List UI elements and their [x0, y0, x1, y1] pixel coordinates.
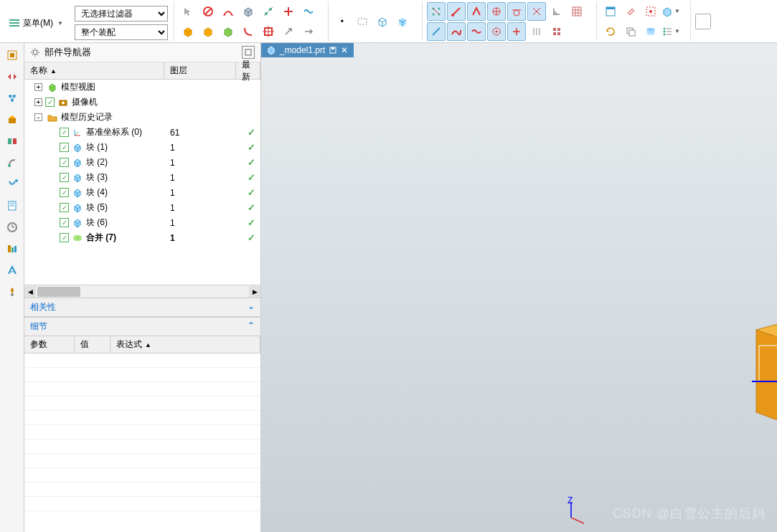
tree-row[interactable]: ✓基准坐标系 (0)61✓ [24, 125, 260, 140]
assembly-filter-select[interactable]: 整个装配 [75, 24, 168, 40]
column-name[interactable]: 名称▲ [24, 62, 164, 79]
side-tab-5[interactable] [4, 133, 20, 149]
side-tab-3[interactable] [4, 90, 20, 106]
tool-dashrect-icon[interactable] [353, 12, 372, 31]
tree-row[interactable]: -模型历史记录 [24, 110, 260, 125]
side-tab-7[interactable] [4, 176, 20, 192]
tool-dot-icon[interactable]: • [333, 12, 352, 31]
tool-grid-icon[interactable] [568, 2, 586, 21]
tool-refresh-icon[interactable] [601, 22, 620, 41]
detail-row[interactable] [24, 353, 260, 368]
tool-checkbox-icon[interactable] [695, 14, 711, 29]
checkbox-icon[interactable]: ✓ [60, 173, 69, 182]
checkbox-icon[interactable]: ✓ [45, 98, 55, 107]
side-tab-6[interactable] [4, 155, 20, 171]
tool-plus-icon[interactable] [279, 2, 298, 21]
tool-menu2-icon[interactable]: ▼ [661, 22, 680, 41]
tree-row[interactable]: ✓合并 (7)1✓ [24, 230, 260, 245]
checkbox-icon[interactable]: ✓ [60, 143, 69, 152]
tool-snap-grid-icon[interactable] [427, 2, 446, 21]
checkbox-icon[interactable]: ✓ [60, 188, 69, 197]
detail-col-param[interactable]: 参数 [24, 336, 75, 353]
tool-grid2-icon[interactable] [547, 22, 566, 41]
side-tab-8[interactable] [4, 198, 20, 214]
viewport-3d[interactable]: _model1.prt ✕ Z Y X Z [261, 43, 777, 532]
tool-orange-box-icon[interactable] [179, 22, 197, 41]
section-detail[interactable]: 细节 ⌃ [24, 317, 260, 336]
close-icon[interactable]: ✕ [341, 45, 348, 55]
tool-green-box-icon[interactable] [219, 22, 237, 41]
selection-filter-select[interactable]: 无选择过滤器 [75, 6, 168, 22]
detail-row[interactable] [24, 468, 260, 483]
side-tab-9[interactable] [4, 219, 20, 235]
detail-row[interactable] [24, 454, 260, 468]
detail-row[interactable] [24, 425, 260, 440]
tool-parallel-icon[interactable] [527, 22, 546, 41]
tree-row[interactable]: ✓块 (4)1✓ [24, 185, 260, 200]
tool-curve-icon[interactable] [219, 2, 237, 21]
tool-cursor-icon[interactable] [179, 2, 197, 21]
tool-selection-icon[interactable] [641, 2, 660, 21]
tool-spline-icon[interactable] [447, 22, 466, 41]
tool-arrow2-icon[interactable] [299, 22, 318, 41]
tool-line-icon[interactable] [427, 22, 446, 41]
pin-icon[interactable] [242, 46, 255, 59]
tree-row[interactable]: +模型视图 [24, 80, 260, 95]
model-cube[interactable] [735, 294, 777, 459]
tool-solid-icon[interactable] [393, 12, 412, 31]
side-tab-11[interactable] [4, 262, 20, 278]
checkbox-icon[interactable]: ✓ [60, 158, 69, 167]
tree-row[interactable]: ✓块 (5)1✓ [24, 200, 260, 215]
tool-midpoint-icon[interactable] [467, 2, 486, 21]
tree-row[interactable]: ✓块 (6)1✓ [24, 215, 260, 230]
gear-icon[interactable] [30, 47, 40, 57]
tool-center-icon[interactable] [487, 2, 506, 21]
detail-col-expr[interactable]: 表达式▲ [110, 336, 260, 353]
column-latest[interactable]: 最新 [236, 62, 260, 79]
tool-layer-icon[interactable] [641, 22, 660, 41]
tree-row[interactable]: ✓块 (2)1✓ [24, 155, 260, 170]
side-tab-4[interactable] [4, 112, 20, 128]
checkbox-icon[interactable]: ✓ [60, 128, 69, 137]
tool-arrow-icon[interactable] [279, 22, 298, 41]
file-tab[interactable]: _model1.prt ✕ [261, 43, 354, 57]
detail-row[interactable] [24, 411, 260, 425]
detail-row[interactable] [24, 440, 260, 454]
side-tab-12[interactable] [4, 284, 20, 300]
detail-row[interactable] [24, 382, 260, 396]
tool-red-square-icon[interactable] [259, 22, 278, 41]
detail-col-value[interactable]: 值 [75, 336, 110, 353]
scroll-left-icon[interactable]: ◀ [24, 286, 36, 298]
tool-window-icon[interactable] [601, 2, 620, 21]
navigator-tree[interactable]: +模型视图+✓摄像机-模型历史记录✓基准坐标系 (0)61✓✓块 (1)1✓✓块… [24, 80, 260, 245]
tool-tangent-icon[interactable] [507, 2, 526, 21]
tree-row[interactable]: +✓摄像机 [24, 95, 260, 110]
tool-wave2-icon[interactable] [467, 22, 486, 41]
tool-intersect-icon[interactable] [527, 2, 546, 21]
tool-target-icon[interactable] [487, 22, 506, 41]
menu-button[interactable]: 菜单(M) ▼ [3, 14, 69, 32]
tool-snap-icon[interactable] [259, 2, 278, 21]
collapse-icon[interactable]: - [34, 113, 42, 121]
checkbox-icon[interactable]: ✓ [60, 203, 69, 212]
tool-eraser-icon[interactable] [621, 2, 640, 21]
tool-red-curve-icon[interactable] [239, 22, 258, 41]
expand-icon[interactable]: + [34, 83, 42, 91]
detail-row[interactable] [24, 497, 260, 511]
scroll-track[interactable] [36, 286, 249, 298]
checkbox-icon[interactable]: ✓ [60, 218, 69, 227]
horizontal-scrollbar[interactable]: ◀ ▶ [24, 285, 260, 298]
detail-row[interactable] [24, 368, 260, 382]
section-related[interactable]: 相关性 ⌄ [24, 298, 260, 317]
side-tab-2[interactable] [4, 69, 20, 85]
tool-plus2-icon[interactable] [507, 22, 526, 41]
tool-perp-icon[interactable] [547, 2, 566, 21]
column-layer[interactable]: 图层 [164, 62, 236, 79]
tool-box3-icon[interactable]: ▼ [661, 2, 680, 21]
tool-forbidden-icon[interactable] [199, 2, 217, 21]
tool-endpoint-icon[interactable] [447, 2, 466, 21]
side-tab-1[interactable] [4, 47, 20, 63]
expand-icon[interactable]: + [34, 98, 42, 106]
detail-row[interactable] [24, 483, 260, 497]
tree-row[interactable]: ✓块 (1)1✓ [24, 140, 260, 155]
